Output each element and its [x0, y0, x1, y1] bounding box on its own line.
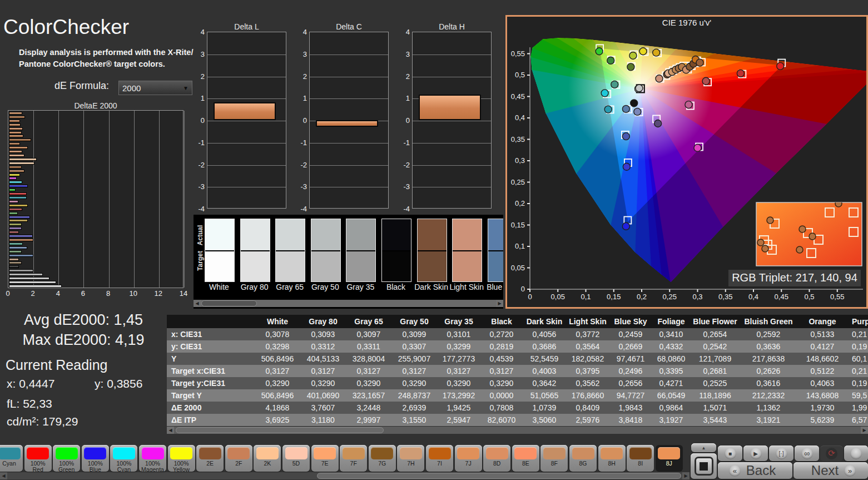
palette-button-8j[interactable]: 8J — [656, 445, 683, 472]
palette-button-8i[interactable]: 8I — [627, 445, 654, 472]
palette-button-8f[interactable]: 8F — [540, 445, 568, 472]
palette-scrollbar-handle[interactable] — [317, 473, 681, 479]
table-cell: 3,1180 — [300, 414, 346, 426]
table-cell: 0,5133 — [797, 328, 847, 340]
stop-panel-icon — [695, 457, 713, 476]
interval-button[interactable]: [·] — [769, 446, 793, 461]
swatch-scrollbar-handle[interactable] — [201, 300, 257, 306]
palette-button-100-red[interactable]: 100% Red — [24, 445, 52, 472]
palette-swatch — [170, 447, 192, 459]
y-axis-tick-label: 0 — [192, 116, 205, 125]
de-formula-dropdown[interactable]: 2000 ▼ — [118, 81, 192, 95]
table-cell: 66,0549 — [652, 389, 691, 402]
play-button[interactable]: ▶ — [743, 446, 768, 461]
palette-button-100-green[interactable]: 100% Green — [53, 445, 80, 472]
palette-button-100-blue[interactable]: 100% Blue — [82, 445, 109, 472]
scroll-right-icon[interactable]: ▶ — [682, 472, 690, 479]
table-cell: 1,9730 — [797, 402, 847, 414]
palette-button-7f[interactable]: 7F — [340, 445, 367, 472]
grid-line — [310, 143, 388, 143]
cie-diagram: 00,050,10,150,20,250,30,350,40,450,50,55… — [507, 17, 866, 307]
inset-measured-point — [799, 226, 806, 232]
palette-button-8d[interactable]: 8D — [483, 445, 510, 472]
back-button[interactable]: « Back — [718, 462, 792, 479]
palette-button-2k[interactable]: 2K — [254, 445, 281, 472]
grid-line — [207, 165, 286, 166]
collapse-button[interactable]: ▲ — [691, 443, 716, 452]
palette-button-2e[interactable]: 2E — [196, 445, 224, 472]
inset-measured-point — [762, 245, 768, 252]
x-tick-label: 0,1 — [581, 293, 591, 301]
palette-label: 7E — [321, 461, 329, 467]
grid-line — [413, 77, 491, 77]
grid-line — [310, 77, 388, 77]
table-cell: 177,2773 — [437, 353, 480, 365]
grid-line — [413, 55, 491, 55]
palette-button-7g[interactable]: 7G — [369, 445, 396, 472]
delta-e-bar — [9, 142, 20, 145]
scroll-right-icon[interactable]: ▶ — [861, 427, 868, 434]
palette-button-7j[interactable]: 7J — [455, 445, 482, 472]
next-button[interactable]: Next » — [793, 462, 868, 479]
delta-chart-title: Delta C — [309, 22, 389, 31]
target-row-label: Target — [196, 244, 204, 278]
scroll-right-icon[interactable]: ▶ — [496, 300, 503, 307]
palette-button-7e[interactable]: 7E — [311, 445, 339, 472]
swatch-label: Dark Skin — [411, 283, 452, 291]
delta-e-bar — [9, 281, 56, 284]
palette-button-100-cyan[interactable]: 100% Cyan — [110, 445, 137, 472]
continuous-button[interactable]: ∞ — [795, 446, 819, 461]
row-label: Target x:CIE31 — [167, 365, 255, 377]
y-axis-tick-label: -1 — [294, 138, 307, 147]
scroll-left-icon[interactable]: ◀ — [167, 427, 174, 434]
swatch-blue-sky — [488, 219, 503, 282]
delta-e-bar — [9, 154, 24, 157]
palette-swatch — [0, 447, 21, 459]
reading-cdm2: cd/m²: 179,29 — [7, 415, 78, 428]
stop-button[interactable]: ■ — [718, 446, 742, 461]
table-cell: 0,3410 — [652, 328, 691, 340]
table-cell: 0,4127 — [797, 340, 847, 353]
y-axis-tick-label: -1 — [192, 138, 205, 147]
blank-button[interactable] — [844, 446, 868, 461]
y-tick-label: 0,5 — [515, 71, 525, 79]
palette-button-2f[interactable]: 2F — [225, 445, 252, 472]
row-label: x: CIE31 — [167, 328, 255, 340]
table-cell: 0,3127 — [346, 365, 391, 377]
palette-button-100-magenta[interactable]: 100% Magenta — [139, 445, 166, 472]
refresh-button[interactable]: ⟳ — [820, 446, 843, 461]
x-axis-tick-label: 2 — [27, 289, 38, 298]
palette-button-8e[interactable]: 8E — [512, 445, 539, 472]
palette-button-cyan[interactable]: Cyan — [0, 445, 23, 472]
reading-x: x: 0,4447 — [7, 377, 54, 390]
table-scrollbar-handle[interactable] — [176, 427, 384, 433]
table-cell: 1,9425 — [437, 402, 480, 414]
palette-button-7i[interactable]: 7I — [426, 445, 453, 472]
y-axis-tick-label: -4 — [294, 205, 307, 213]
swatch-target — [241, 251, 270, 281]
palette-button-5d[interactable]: 5D — [282, 445, 310, 472]
palette-swatch — [256, 447, 279, 459]
table-cell: 0,2542 — [691, 340, 740, 353]
page-title: ColorChecker — [3, 16, 129, 39]
x-tick-label: 0,2 — [637, 293, 647, 301]
delta-chart-bar — [214, 102, 276, 120]
palette-button-7h[interactable]: 7H — [397, 445, 424, 472]
stop-panel-button[interactable] — [691, 453, 717, 479]
palette-button-8g[interactable]: 8G — [569, 445, 597, 472]
scroll-left-icon[interactable]: ◀ — [194, 300, 201, 307]
swatch-scrollbar[interactable]: ◀▶ — [194, 300, 503, 307]
x-axis-tick-label: 14 — [178, 289, 189, 298]
table-cell: 0,3772 — [566, 328, 609, 340]
y-tick-label: 0,35 — [511, 135, 525, 143]
palette-label: 8F — [551, 461, 558, 467]
grid-line — [207, 98, 286, 99]
column-header: Gray 50 — [391, 315, 437, 328]
x-tick-label: 0,45 — [775, 293, 788, 301]
table-scrollbar[interactable]: ◀ ▶ — [167, 427, 868, 434]
scroll-left-icon[interactable]: ◀ — [0, 472, 7, 479]
palette-button-100-yellow[interactable]: 100% Yellow — [168, 445, 195, 472]
y-tick-label: 0,4 — [515, 113, 525, 122]
palette-button-8h[interactable]: 8H — [598, 445, 626, 472]
palette-scrollbar[interactable]: ◀ ▶ — [0, 472, 690, 479]
